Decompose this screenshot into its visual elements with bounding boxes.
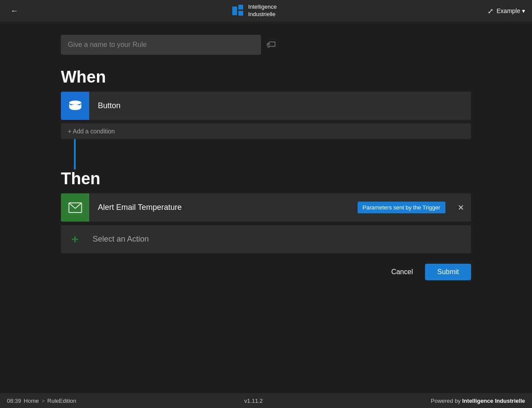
example-button[interactable]: Example ▾	[497, 7, 525, 14]
button-trigger-icon	[68, 100, 82, 112]
add-condition-bar[interactable]: + Add a condition	[61, 123, 471, 139]
trigger-label: Button	[89, 101, 120, 110]
then-section: Then Alert Email Temperature Parameters …	[61, 169, 471, 253]
logo-text: Intelligence Industrielle	[248, 3, 277, 18]
footer-buttons: Cancel Submit	[61, 264, 471, 280]
rule-name-row: 🏷	[61, 35, 471, 55]
svg-point-3	[69, 100, 81, 104]
navbar-center: Intelligence Industrielle	[232, 3, 277, 18]
rule-name-input[interactable]	[61, 35, 261, 55]
navbar: ← Intelligence Industrielle ⤢ Example ▾	[0, 0, 532, 22]
navbar-left: ←	[7, 5, 22, 17]
select-action-icon-box: +	[61, 225, 89, 253]
action-block[interactable]: Alert Email Temperature Parameters sent …	[61, 193, 471, 222]
when-title: When	[61, 68, 471, 86]
logo-svg	[232, 5, 244, 17]
breadcrumb-home[interactable]: Home	[24, 398, 39, 404]
submit-button[interactable]: Submit	[425, 264, 471, 280]
breadcrumb-separator: >	[41, 398, 45, 404]
navbar-right: ⤢ Example ▾	[488, 7, 525, 15]
connector-line	[74, 139, 76, 169]
action-icon-box	[61, 193, 89, 222]
trigger-icon-box	[61, 92, 89, 120]
breadcrumb-current: RuleEdition	[47, 398, 77, 404]
svg-rect-2	[238, 11, 243, 16]
params-badge[interactable]: Parameters sent by the Trigger	[358, 202, 445, 213]
svg-point-4	[69, 104, 81, 108]
email-icon	[68, 202, 82, 213]
status-time: 08:39	[7, 398, 21, 404]
statusbar: 08:39 Home > RuleEdition v1.11.2 Powered…	[0, 393, 532, 408]
svg-rect-1	[238, 5, 243, 10]
cancel-button[interactable]: Cancel	[384, 264, 420, 280]
close-action-button[interactable]: ✕	[451, 203, 471, 212]
trigger-block[interactable]: Button	[61, 92, 471, 120]
then-title: Then	[61, 169, 471, 188]
svg-rect-0	[232, 7, 237, 15]
select-action-block[interactable]: + Select an Action	[61, 225, 471, 253]
statusbar-powered: Powered by Intelligence Industrielle	[431, 398, 525, 404]
chevron-down-icon: ▾	[522, 7, 525, 14]
back-button[interactable]: ←	[7, 5, 22, 17]
main-content: 🏷 When Button + Add a condition Then	[0, 22, 532, 393]
select-action-label: Select an Action	[89, 235, 149, 244]
expand-button[interactable]: ⤢	[488, 7, 493, 15]
plus-icon: +	[71, 232, 78, 246]
statusbar-breadcrumb: 08:39 Home > RuleEdition	[7, 398, 76, 404]
logo-icon	[232, 5, 244, 17]
tag-icon[interactable]: 🏷	[266, 39, 276, 50]
action-label: Alert Email Temperature	[89, 203, 358, 212]
statusbar-version: v1.11.2	[244, 398, 263, 404]
